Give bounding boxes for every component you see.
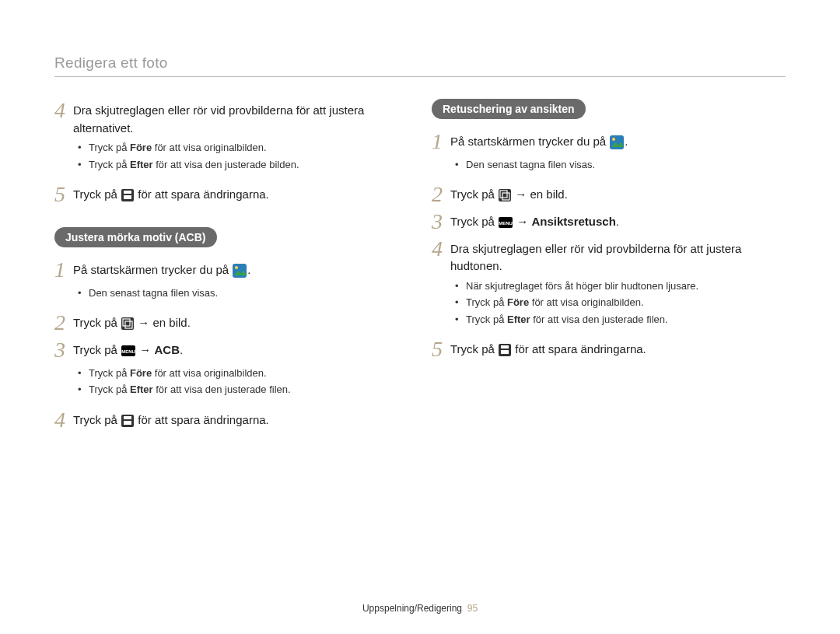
two-column-layout: 4 Dra skjutreglagen eller rör vid provbi… (54, 99, 786, 435)
svg-rect-13 (610, 135, 624, 149)
step-number: 3 (54, 338, 73, 363)
svg-rect-2 (124, 195, 131, 199)
svg-rect-3 (233, 264, 247, 278)
step-number: 2 (432, 183, 450, 207)
bullet-list: Den senast tagna filen visas. (78, 285, 408, 301)
step-1: 1 På startskärmen trycker du på . (432, 130, 786, 154)
step-number: 4 (432, 237, 450, 261)
step-number: 5 (54, 183, 73, 207)
save-icon (499, 344, 511, 356)
list-item: Tryck på Före för att visa originalbilde… (78, 140, 408, 156)
svg-rect-12 (124, 421, 131, 425)
step-text: Dra skjutreglagen eller rör vid provbild… (450, 237, 786, 275)
menu-icon: MENU (121, 345, 135, 356)
gallery-icon (121, 317, 134, 330)
step-number: 3 (432, 210, 450, 234)
list-item: Tryck på Före för att visa originalbilde… (455, 295, 786, 310)
step-text: Tryck på för att spara ändringarna. (73, 408, 408, 429)
step-number: 1 (54, 258, 73, 282)
step-5: 5 Tryck på för att spara ändringarna. (432, 338, 786, 362)
gallery-icon (499, 189, 511, 201)
step-5: 5 Tryck på för att spara ändringarna. (54, 183, 408, 207)
step-3: 3 Tryck på MENU → Ansiktsretusch. (432, 210, 786, 234)
bullet-list: När skjutreglaget förs åt höger blir hud… (455, 278, 786, 328)
bullet-list: Den senast tagna filen visas. (455, 157, 786, 173)
right-column: Retuschering av ansikten 1 På startskärm… (432, 99, 786, 435)
list-item: Tryck på Efter för att visa den justerad… (78, 157, 408, 173)
page-number: 95 (467, 603, 478, 614)
svg-text:MENU: MENU (121, 349, 135, 354)
section-heading-retusch: Retuschering av ansikten (432, 99, 586, 119)
step-number: 1 (432, 130, 450, 154)
svg-rect-21 (501, 345, 509, 349)
svg-point-14 (612, 138, 615, 141)
list-item: Tryck på Efter för att visa den justerad… (78, 382, 408, 398)
step-text: Tryck på MENU → Ansiktsretusch. (450, 210, 786, 231)
menu-icon: MENU (499, 217, 513, 228)
step-text: På startskärmen trycker du på . (73, 258, 408, 279)
list-item: Tryck på Efter för att visa den justerad… (455, 312, 786, 328)
list-item: Den senast tagna filen visas. (455, 157, 786, 173)
bullet-list: Tryck på Före för att visa originalbilde… (78, 140, 408, 172)
header-divider (54, 76, 786, 77)
list-item: När skjutreglaget förs åt höger blir hud… (455, 278, 786, 294)
step-text: Dra skjutreglagen eller rör vid provbild… (73, 99, 408, 137)
step-1: 1 På startskärmen trycker du på . (54, 258, 408, 282)
step-3: 3 Tryck på MENU → ACB. (54, 338, 408, 363)
svg-rect-11 (124, 416, 131, 419)
step-text: Tryck på för att spara ändringarna. (450, 338, 786, 359)
step-text: På startskärmen trycker du på . (450, 130, 786, 151)
save-icon (121, 189, 134, 201)
step-2: 2 Tryck på → en bild. (432, 183, 786, 207)
svg-text:MENU: MENU (499, 221, 513, 226)
list-item: Tryck på Före för att visa originalbilde… (78, 366, 408, 381)
step-text: Tryck på för att spara ändringarna. (73, 183, 408, 204)
step-4: 4 Dra skjutreglagen eller rör vid provbi… (54, 99, 408, 137)
page-footer: Uppspelning/Redigering 95 (0, 603, 840, 614)
left-column: 4 Dra skjutreglagen eller rör vid provbi… (54, 99, 408, 435)
svg-rect-22 (501, 350, 509, 354)
bullet-list: Tryck på Före för att visa originalbilde… (78, 366, 408, 398)
svg-rect-1 (124, 191, 131, 194)
step-text: Tryck på MENU → ACB. (73, 338, 408, 359)
svg-point-4 (235, 266, 238, 269)
app-tile-icon (610, 135, 624, 149)
save-icon (121, 415, 134, 427)
step-2: 2 Tryck på → en bild. (54, 311, 408, 335)
section-heading-acb: Justera mörka motiv (ACB) (54, 227, 217, 247)
step-number: 4 (54, 408, 73, 433)
step-text: Tryck på → en bild. (450, 183, 786, 204)
step-number: 5 (432, 338, 450, 362)
footer-section: Uppspelning/Redigering (362, 603, 462, 614)
page-title: Redigera ett foto (54, 54, 786, 72)
step-number: 2 (54, 311, 73, 335)
step-4: 4 Dra skjutreglagen eller rör vid provbi… (432, 237, 786, 275)
app-tile-icon (233, 264, 247, 278)
step-number: 4 (54, 99, 73, 123)
step-4: 4 Tryck på för att spara ändringarna. (54, 408, 408, 433)
list-item: Den senast tagna filen visas. (78, 285, 408, 301)
step-text: Tryck på → en bild. (73, 311, 408, 332)
